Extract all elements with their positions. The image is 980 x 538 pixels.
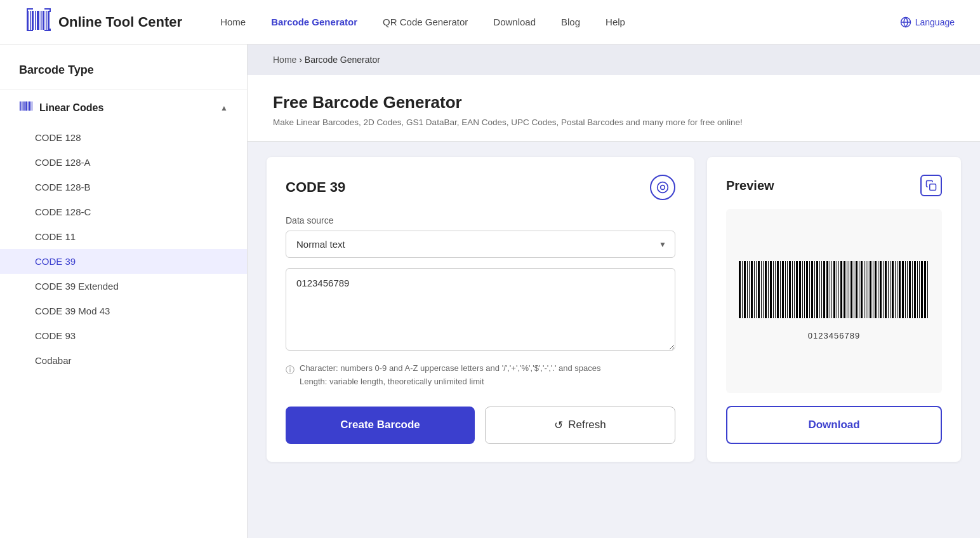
- settings-button[interactable]: [650, 175, 675, 200]
- svg-rect-88: [878, 261, 878, 318]
- sidebar-item-code39[interactable]: CODE 39: [0, 249, 247, 274]
- barcode-svg: [739, 261, 929, 325]
- barcode-logo-icon: [25, 7, 52, 37]
- svg-rect-77: [851, 261, 852, 318]
- sidebar-section-header-linear[interactable]: Linear Codes ▲: [0, 90, 247, 125]
- svg-rect-91: [885, 261, 887, 318]
- sidebar-item-code93[interactable]: CODE 93: [0, 323, 247, 348]
- svg-rect-67: [826, 261, 828, 318]
- nav-home[interactable]: Home: [220, 17, 246, 27]
- barcode-image: 0123456789: [739, 261, 929, 340]
- sidebar-item-code39extended[interactable]: CODE 39 Extended: [0, 274, 247, 299]
- svg-rect-32: [742, 261, 743, 318]
- copy-button[interactable]: [920, 175, 942, 196]
- linear-codes-label: Linear Codes: [39, 102, 103, 114]
- sidebar-item-codabar[interactable]: Codabar: [0, 348, 247, 373]
- svg-rect-79: [856, 261, 858, 318]
- breadcrumb: Home › Barcode Generator: [248, 44, 980, 75]
- create-barcode-button[interactable]: Create Barcode: [286, 407, 475, 444]
- svg-rect-80: [859, 261, 859, 318]
- svg-rect-51: [787, 261, 788, 318]
- svg-rect-87: [875, 261, 877, 318]
- svg-rect-93: [890, 261, 891, 318]
- sidebar-item-code128a[interactable]: CODE 128-A: [0, 150, 247, 175]
- svg-rect-85: [870, 261, 871, 318]
- barcode-value: 0123456789: [739, 331, 929, 340]
- svg-rect-24: [28, 102, 29, 111]
- svg-rect-68: [830, 261, 830, 318]
- svg-rect-26: [30, 102, 31, 111]
- svg-rect-94: [892, 261, 894, 318]
- svg-rect-92: [888, 261, 889, 318]
- svg-rect-20: [22, 102, 22, 111]
- svg-rect-102: [912, 261, 913, 318]
- sidebar-item-code128b[interactable]: CODE 128-B: [0, 175, 247, 199]
- sidebar-item-code128c[interactable]: CODE 128-C: [0, 199, 247, 224]
- svg-rect-35: [749, 261, 750, 318]
- nav-help[interactable]: Help: [606, 17, 625, 27]
- svg-rect-101: [909, 261, 911, 318]
- sidebar-item-code128[interactable]: CODE 128: [0, 125, 247, 150]
- nav-barcode-generator[interactable]: Barcode Generator: [271, 17, 357, 27]
- svg-rect-104: [917, 261, 918, 318]
- datasource-select[interactable]: Normal text Hex string Base64: [286, 231, 675, 258]
- svg-rect-73: [840, 261, 842, 318]
- svg-rect-30: [930, 184, 936, 191]
- sidebar-item-code39mod43[interactable]: CODE 39 Mod 43: [0, 299, 247, 323]
- svg-rect-0: [27, 11, 29, 30]
- breadcrumb-home[interactable]: Home: [273, 55, 296, 65]
- barcode-data-input[interactable]: 0123456789: [286, 268, 675, 351]
- svg-rect-46: [775, 261, 776, 318]
- linear-codes-barcode-icon: [19, 99, 33, 116]
- svg-rect-2: [32, 11, 34, 30]
- svg-rect-3: [35, 11, 36, 30]
- preview-panel: Preview: [707, 157, 961, 462]
- svg-rect-58: [804, 261, 805, 318]
- nav-blog[interactable]: Blog: [561, 17, 580, 27]
- main-container: Barcode Type: [0, 44, 980, 538]
- svg-rect-5: [41, 11, 42, 30]
- svg-rect-14: [50, 10, 51, 12]
- svg-rect-81: [861, 261, 863, 318]
- chevron-up-icon: ▲: [220, 104, 228, 112]
- svg-rect-36: [751, 261, 753, 318]
- svg-rect-13: [44, 8, 51, 10]
- nav-download[interactable]: Download: [493, 17, 536, 27]
- svg-rect-56: [799, 261, 801, 318]
- language-selector[interactable]: Language: [900, 17, 955, 28]
- refresh-button[interactable]: ↺ Refresh: [485, 407, 675, 444]
- breadcrumb-separator: ›: [299, 55, 302, 65]
- svg-rect-100: [907, 261, 908, 318]
- svg-rect-78: [854, 261, 854, 318]
- svg-rect-12: [27, 29, 28, 31]
- content-area: Home › Barcode Generator Free Barcode Ge…: [248, 44, 980, 538]
- svg-rect-41: [763, 261, 764, 318]
- svg-rect-70: [833, 261, 835, 318]
- svg-rect-23: [25, 102, 27, 111]
- svg-rect-50: [785, 261, 786, 318]
- download-button[interactable]: Download: [726, 406, 942, 444]
- svg-rect-54: [794, 261, 795, 318]
- settings-icon: [656, 181, 669, 194]
- svg-rect-49: [782, 261, 784, 318]
- nav-qr-code-generator[interactable]: QR Code Generator: [383, 17, 468, 27]
- preview-title: Preview: [726, 178, 774, 193]
- sidebar-item-code11[interactable]: CODE 11: [0, 224, 247, 249]
- svg-rect-86: [873, 261, 873, 318]
- logo-text: Online Tool Center: [58, 14, 182, 30]
- svg-rect-42: [765, 261, 767, 318]
- svg-point-29: [661, 185, 665, 190]
- svg-rect-1: [30, 11, 31, 30]
- preview-header: Preview: [726, 175, 942, 196]
- generator-panel: CODE 39 Data source Normal text Hex stri…: [267, 157, 694, 462]
- svg-point-28: [658, 182, 668, 193]
- sidebar-section-linear: Linear Codes ▲ CODE 128 CODE 128-A CODE …: [0, 90, 247, 373]
- svg-rect-9: [27, 8, 33, 10]
- svg-rect-27: [32, 102, 32, 111]
- svg-rect-71: [837, 261, 837, 318]
- svg-rect-63: [816, 261, 818, 318]
- generator-title: CODE 39: [286, 179, 345, 196]
- logo[interactable]: Online Tool Center: [25, 7, 182, 37]
- button-row: Create Barcode ↺ Refresh: [286, 407, 675, 444]
- generator-area: CODE 39 Data source Normal text Hex stri…: [248, 142, 980, 477]
